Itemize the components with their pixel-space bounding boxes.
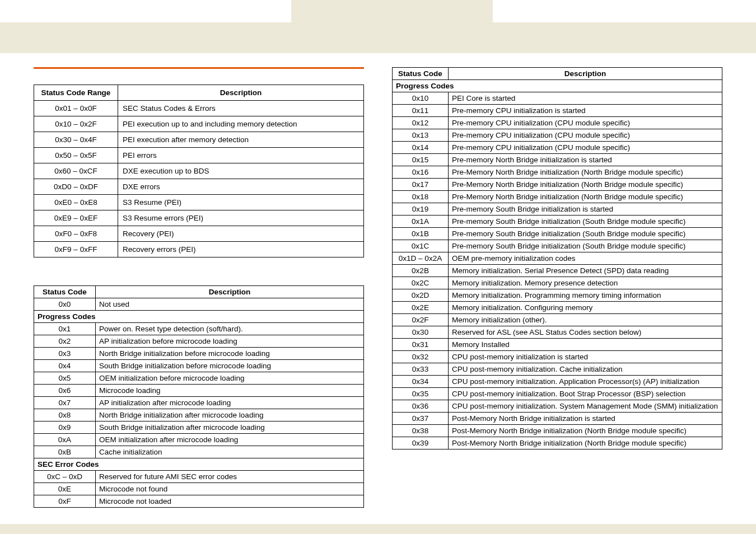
cell-code: 0x2E bbox=[393, 302, 449, 314]
cell-code: 0x18 bbox=[393, 191, 449, 203]
cell-code: 0x6 bbox=[34, 385, 96, 397]
pei-status-code-table: Status Code Description Progress Codes0x… bbox=[392, 67, 722, 449]
section-header-cell: Progress Codes bbox=[34, 311, 364, 323]
table-row: 0x14Pre-memory CPU initialization (CPU m… bbox=[393, 142, 722, 154]
cell-code-range: 0xF0 – 0xF8 bbox=[34, 226, 118, 242]
cell-description: PEI execution after memory detection bbox=[118, 132, 364, 148]
table-row: 0x19Pre-memory South Bridge initializati… bbox=[393, 203, 722, 216]
header-status-code-range: Status Code Range bbox=[34, 85, 118, 101]
table-row: 0x6Microcode loading bbox=[34, 385, 364, 397]
cell-description: OEM initialization after microcode loadi… bbox=[96, 434, 364, 446]
table-row: 0x1D – 0x2AOEM pre-memory initialization… bbox=[393, 252, 722, 265]
cell-description: Not used bbox=[96, 298, 364, 311]
cell-description: CPU post-memory initialization. System M… bbox=[449, 400, 722, 413]
table-row: 0xF9 – 0xFFRecovery errors (PEI) bbox=[34, 242, 364, 257]
cell-description: Post-Memory North Bridge initialization … bbox=[449, 413, 722, 425]
cell-code: 0x17 bbox=[393, 179, 449, 191]
table-row: 0x5OEM initialization before microcode l… bbox=[34, 372, 364, 385]
cell-code: 0x34 bbox=[393, 376, 449, 388]
cell-description: CPU post-memory initialization. Cache in… bbox=[449, 363, 722, 376]
cell-code: 0xE bbox=[34, 483, 96, 495]
cell-description: PEI execution up to and including memory… bbox=[118, 116, 364, 132]
cell-description: S3 Resume (PEI) bbox=[118, 195, 364, 210]
cell-description: PEI Core is started bbox=[449, 92, 722, 105]
cell-description: Memory initialization (other). bbox=[449, 314, 722, 326]
cell-description: Pre-memory CPU initialization (CPU modul… bbox=[449, 142, 722, 154]
table-row: 0x1BPre-memory South Bridge initializati… bbox=[393, 228, 722, 240]
cell-code: 0x2D bbox=[393, 289, 449, 302]
table-row: 0xE0 – 0xE8S3 Resume (PEI) bbox=[34, 195, 364, 210]
cell-description: South Bridge initialization after microc… bbox=[96, 421, 364, 434]
cell-description: CPU post-memory initialization. Applicat… bbox=[449, 376, 722, 388]
cell-code: 0x3 bbox=[34, 348, 96, 360]
table-row: 0x2AP initialization before microcode lo… bbox=[34, 335, 364, 348]
table-row: 0x01 – 0x0FSEC Status Codes & Errors bbox=[34, 101, 364, 116]
cell-code: 0x11 bbox=[393, 105, 449, 117]
cell-description: Memory initialization. Programming memor… bbox=[449, 289, 722, 302]
cell-code: 0x9 bbox=[34, 421, 96, 434]
table-row: 0x2CMemory initialization. Memory presen… bbox=[393, 277, 722, 289]
table-header-row: Status Code Range Description bbox=[34, 85, 364, 101]
table-row: 0x10 – 0x2FPEI execution up to and inclu… bbox=[34, 116, 364, 132]
cell-description: South Bridge initialization before micro… bbox=[96, 360, 364, 372]
cell-description: Memory Installed bbox=[449, 339, 722, 351]
cell-code: 0x39 bbox=[393, 437, 449, 449]
cell-description: Pre-memory CPU initialization (CPU modul… bbox=[449, 129, 722, 142]
table-row: 0xFMicrocode not loaded bbox=[34, 495, 364, 508]
cell-code: 0x15 bbox=[393, 154, 449, 166]
cell-code: 0x1B bbox=[393, 228, 449, 240]
cell-description: Reserved for future AMI SEC error codes bbox=[96, 471, 364, 483]
cell-code: 0x38 bbox=[393, 425, 449, 437]
cell-code: 0x33 bbox=[393, 363, 449, 376]
section-header-cell: SEC Error Codes bbox=[34, 458, 364, 471]
table-row: 0x13Pre-memory CPU initialization (CPU m… bbox=[393, 129, 722, 142]
cell-description: CPU post-memory initialization. Boot Str… bbox=[449, 388, 722, 400]
cell-code: 0x2F bbox=[393, 314, 449, 326]
cell-code: 0x2C bbox=[393, 277, 449, 289]
table-row: 0xD0 – 0xDFDXE errors bbox=[34, 179, 364, 195]
table-header-row: Status Code Description bbox=[393, 68, 722, 80]
table-row: 0x60 – 0xCFDXE execution up to BDS bbox=[34, 163, 364, 179]
section-header-row: Progress Codes bbox=[34, 311, 364, 323]
cell-code: 0x12 bbox=[393, 117, 449, 129]
table-row: 0xC – 0xDReserved for future AMI SEC err… bbox=[34, 471, 364, 483]
table-row: 0x7AP initialization after microcode loa… bbox=[34, 397, 364, 409]
table-row: 0xAOEM initialization after microcode lo… bbox=[34, 434, 364, 446]
table-row: 0x39Post-Memory North Bridge initializat… bbox=[393, 437, 722, 449]
cell-description: CPU post-memory initialization is starte… bbox=[449, 351, 722, 363]
table-row: 0x31Memory Installed bbox=[393, 339, 722, 351]
cell-code: 0xF bbox=[34, 495, 96, 508]
table-row: 0x18Pre-Memory North Bridge initializati… bbox=[393, 191, 722, 203]
cell-code: 0x1A bbox=[393, 216, 449, 228]
cell-description: North Bridge initialization before micro… bbox=[96, 348, 364, 360]
table-row: 0xF0 – 0xF8Recovery (PEI) bbox=[34, 226, 364, 242]
cell-code: 0x30 bbox=[393, 326, 449, 339]
cell-code: 0xA bbox=[34, 434, 96, 446]
page-header-decor bbox=[0, 0, 756, 53]
table-row: 0x10PEI Core is started bbox=[393, 92, 722, 105]
cell-code: 0x8 bbox=[34, 409, 96, 421]
table-row: 0x1CPre-memory South Bridge initializati… bbox=[393, 240, 722, 252]
section-header-row: Progress Codes bbox=[393, 80, 722, 92]
cell-code: 0x16 bbox=[393, 166, 449, 179]
header-description: Description bbox=[118, 85, 364, 101]
header-bar bbox=[0, 22, 756, 53]
cell-code-range: 0x10 – 0x2F bbox=[34, 116, 118, 132]
table-row: 0x34CPU post-memory initialization. Appl… bbox=[393, 376, 722, 388]
cell-code: 0x13 bbox=[393, 129, 449, 142]
cell-description: SEC Status Codes & Errors bbox=[118, 101, 364, 116]
table-row: 0x15Pre-memory North Bridge initializati… bbox=[393, 154, 722, 166]
cell-description: Pre-memory South Bridge initialization i… bbox=[449, 203, 722, 216]
cell-code: 0x5 bbox=[34, 372, 96, 385]
left-column: Status Code Range Description 0x01 – 0x0… bbox=[34, 67, 364, 520]
cell-code: 0x2B bbox=[393, 265, 449, 277]
cell-code-range: 0x60 – 0xCF bbox=[34, 163, 118, 179]
table-row: 0x1APre-memory South Bridge initializati… bbox=[393, 216, 722, 228]
table-header-row: Status Code Description bbox=[34, 286, 364, 298]
table-row: 0x9South Bridge initialization after mic… bbox=[34, 421, 364, 434]
table-row: 0x35CPU post-memory initialization. Boot… bbox=[393, 388, 722, 400]
cell-code: 0x4 bbox=[34, 360, 96, 372]
cell-description: Power on. Reset type detection (soft/har… bbox=[96, 323, 364, 335]
table-row: 0x36CPU post-memory initialization. Syst… bbox=[393, 400, 722, 413]
cell-description: Reserved for ASL (see ASL Status Codes s… bbox=[449, 326, 722, 339]
